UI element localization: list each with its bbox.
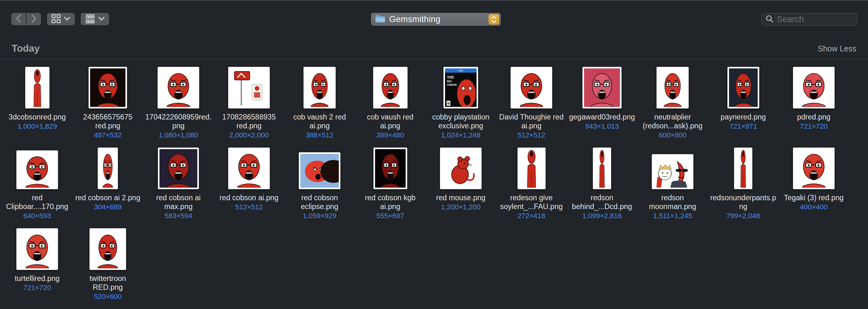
search-input[interactable]: [777, 14, 853, 24]
file-item[interactable]: red cobson ai.png512×512: [214, 145, 284, 226]
thumbnail-card: [440, 148, 482, 189]
svg-text:THE: THE: [447, 75, 454, 80]
file-dimensions: 520×600: [94, 292, 122, 301]
file-thumbnail[interactable]: [90, 226, 126, 271]
file-item[interactable]: twittertroon RED.png520×600: [72, 226, 143, 307]
file-name: red cobson eclipse.png: [286, 193, 353, 211]
svg-text:M: M: [447, 101, 450, 105]
file-item[interactable]: red Clipboar....170.png640×593: [2, 145, 72, 226]
file-dimensions: 388×512: [306, 131, 334, 140]
file-item[interactable]: 1708286588935 red.png2,000×2,000: [214, 64, 284, 145]
file-thumbnail[interactable]: [304, 64, 336, 109]
file-dimensions: 1,200×1,200: [441, 203, 480, 211]
file-thumbnail[interactable]: [793, 64, 835, 109]
file-name: pdred.png: [797, 113, 831, 121]
file-thumbnail[interactable]: [17, 226, 58, 271]
forward-button[interactable]: [27, 13, 41, 25]
file-thumbnail[interactable]: [656, 64, 689, 109]
file-name: redsonunderpants.png: [710, 193, 777, 211]
svg-text:PS4: PS4: [459, 69, 463, 72]
file-thumbnail[interactable]: [158, 64, 199, 109]
folder-popup-button[interactable]: Gemsmithing: [371, 13, 501, 26]
thumbnail-image: [658, 68, 687, 107]
thumbnail-card: [90, 228, 126, 270]
show-less-button[interactable]: Show Less: [818, 44, 856, 53]
file-thumbnail[interactable]: [518, 145, 546, 190]
thumbnail-image: [305, 68, 334, 107]
thumbnail-image: [584, 68, 620, 107]
file-thumbnail[interactable]: PS4 THE RED COBSON M: [443, 64, 478, 109]
file-thumbnail[interactable]: [734, 145, 752, 190]
file-item[interactable]: Tegaki (3) red.png400×400: [778, 145, 849, 226]
file-thumbnail[interactable]: [25, 64, 50, 109]
thumbnail-card: [518, 148, 546, 189]
thumbnail-image: [795, 68, 833, 107]
file-item[interactable]: cob vaush red ai.png389×480: [355, 64, 426, 145]
thumbnail-card: [793, 67, 835, 109]
file-item[interactable]: paynered.png721×971: [708, 64, 778, 145]
chevron-down-icon: [64, 17, 70, 22]
file-item[interactable]: PS4 THE RED COBSON Mcobby playstation ex…: [426, 64, 496, 145]
file-thumbnail[interactable]: [793, 145, 835, 190]
file-dimensions: 2,000×2,000: [229, 131, 269, 140]
grid-view-icon: [51, 14, 61, 25]
file-thumbnail[interactable]: [440, 145, 482, 190]
file-item[interactable]: cob vaush 2 red ai.png388×512: [284, 64, 355, 145]
thumbnail-card: [656, 67, 689, 109]
file-dimensions: 512×512: [518, 131, 545, 140]
file-thumbnail[interactable]: [583, 64, 622, 109]
file-item[interactable]: redsonunderpants.png799×2,048: [708, 145, 778, 226]
file-thumbnail[interactable]: [299, 145, 340, 190]
search-field[interactable]: [761, 13, 858, 26]
file-thumbnail[interactable]: [17, 145, 58, 190]
thumbnail-card: [304, 67, 336, 109]
file-thumbnail[interactable]: [593, 145, 611, 190]
file-item[interactable]: 3dcobsonred.png1,000×1,829: [2, 64, 72, 145]
file-item[interactable]: redson behind_...Dcd.png1,099×2,816: [567, 145, 637, 226]
file-thumbnail[interactable]: [89, 64, 127, 109]
file-thumbnail[interactable]: [373, 64, 407, 109]
thumbnail-image: [159, 68, 197, 107]
file-item[interactable]: 243656575675 red.png487×532: [72, 64, 143, 145]
file-dimensions: 1,080×1,080: [158, 131, 198, 140]
thumbnail-image: [99, 149, 116, 188]
file-thumbnail[interactable]: [510, 64, 552, 109]
file-dimensions: 1,059×929: [303, 212, 337, 220]
thumbnail-card: [25, 67, 50, 109]
file-dimensions: 400×400: [800, 203, 828, 211]
file-name: paynered.png: [720, 113, 766, 121]
file-item[interactable]: red cobson eclipse.png1,059×929: [284, 145, 355, 226]
file-item[interactable]: red cobson kgb ai.png555×697: [355, 145, 426, 226]
file-item[interactable]: 1704222608959red.png1,080×1,080: [143, 64, 214, 145]
section-header: Today Show Less: [0, 38, 868, 59]
file-thumbnail[interactable]: [158, 145, 199, 190]
file-item[interactable]: turtellired.png721×720: [2, 226, 72, 307]
thumbnail-image: [795, 149, 833, 188]
file-thumbnail[interactable]: [228, 64, 270, 109]
thumbnail-image: [18, 152, 56, 188]
file-item[interactable]: red cobson ai max.png583×594: [143, 145, 214, 226]
file-dimensions: 487×532: [94, 131, 122, 140]
file-item[interactable]: red cobson ai 2.png304×689: [72, 145, 143, 226]
file-dimensions: 1,511×1,245: [653, 212, 692, 220]
file-thumbnail[interactable]: [727, 64, 759, 109]
file-item[interactable]: redson moonman.png1,511×1,245: [637, 145, 708, 226]
folder-icon: [375, 15, 385, 24]
file-item[interactable]: neutralplier (redson...ask).png600×800: [637, 64, 708, 145]
file-item[interactable]: redeson give soylent_...FAU.png272×418: [496, 145, 567, 226]
thumbnail-card: [17, 228, 58, 270]
file-item[interactable]: gegaward03red.png943×1,013: [567, 64, 637, 145]
file-name: David Thoughie red ai.png: [498, 113, 565, 130]
file-item[interactable]: red mouse.png1,200×1,200: [426, 145, 496, 226]
file-item[interactable]: pdred.png721×720: [778, 64, 849, 145]
svg-text:COBSON: COBSON: [447, 83, 457, 86]
file-thumbnail[interactable]: [98, 145, 118, 190]
file-item[interactable]: David Thoughie red ai.png512×512: [496, 64, 567, 145]
view-mode-button[interactable]: [47, 13, 75, 25]
file-thumbnail[interactable]: [373, 145, 407, 190]
file-thumbnail[interactable]: [228, 145, 270, 190]
file-thumbnail[interactable]: [652, 145, 693, 190]
group-mode-button[interactable]: [81, 13, 109, 25]
back-button[interactable]: [11, 13, 26, 25]
file-dimensions: 512×512: [235, 203, 263, 211]
